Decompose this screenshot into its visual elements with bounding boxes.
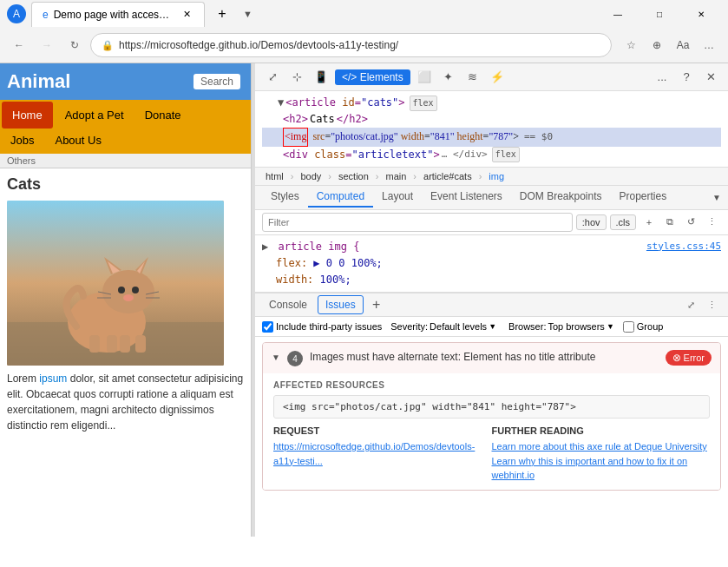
minimize-button[interactable]: — [598, 1, 638, 27]
page-header: Animal Search [0, 63, 251, 100]
svg-rect-17 [120, 335, 130, 353]
img-src-attr: src="photos/cat.jpg" width="841" height=… [312, 129, 519, 145]
nav-donate[interactable]: Donate [134, 102, 192, 129]
device-icon[interactable]: 📱 [311, 67, 331, 88]
tabs-more-button[interactable]: ▼ [712, 193, 721, 202]
issue-group-1: ▼ 4 Images must have alternate text: Ele… [262, 342, 721, 491]
undock-console-icon[interactable]: ⤢ [681, 295, 700, 314]
nav-home[interactable]: Home [2, 102, 53, 129]
console-icon[interactable]: ⬜ [414, 67, 435, 88]
active-tab[interactable]: e Demo page with accessibility iss... ✕ [31, 2, 205, 27]
maximize-button[interactable]: □ [639, 1, 679, 27]
address-input[interactable]: 🔒 https://microsoftedge.github.io/Demos/… [90, 33, 612, 57]
close-button[interactable]: ✕ [681, 1, 721, 27]
inspect-icon[interactable]: ⊹ [286, 67, 307, 88]
browser-value: Top browsers [548, 321, 604, 332]
resource-columns: REQUEST https://microsoftedge.github.io/… [273, 425, 710, 483]
tab-close-button[interactable]: ✕ [180, 8, 193, 22]
back-button[interactable]: ← [7, 33, 31, 57]
elements-tab-button[interactable]: </> Elements [335, 69, 410, 85]
bc-html[interactable]: html [262, 169, 287, 183]
console-tab[interactable]: Console [262, 296, 314, 313]
further-link-1[interactable]: Learn more about this axe rule at Deque … [492, 439, 711, 454]
profile-avatar[interactable]: A [7, 4, 26, 23]
forward-button[interactable]: → [35, 33, 59, 57]
collections-icon[interactable]: ⊕ [645, 33, 669, 57]
bc-main[interactable]: main [383, 169, 410, 183]
copy-styles-icon[interactable]: ⧉ [660, 213, 679, 232]
bc-sep-4: › [413, 171, 416, 181]
browser-filter[interactable]: Browser: Top browsers ▼ [505, 320, 618, 333]
further-link-2[interactable]: Learn why this is important and how to f… [492, 454, 711, 483]
add-panel-button[interactable]: + [367, 295, 386, 314]
error-badge: ⊗ Error [666, 350, 712, 366]
cat-svg [7, 201, 224, 366]
third-party-checkbox-label[interactable]: Include third-party issues [262, 321, 382, 333]
tab-computed[interactable]: Computed [308, 187, 373, 208]
css-flex-prop: flex: [276, 257, 313, 269]
devtools-close-button[interactable]: ✕ [700, 67, 721, 88]
tab-dropdown-button[interactable]: ▼ [243, 9, 253, 19]
bc-body[interactable]: body [297, 169, 325, 183]
dom-ellipsis: … </div> [442, 147, 488, 162]
more-actions-icon[interactable]: ⋮ [702, 213, 721, 232]
reader-icon[interactable]: Aa [671, 33, 695, 57]
search-bar[interactable]: Search [193, 74, 240, 89]
request-url-link[interactable]: https://microsoftedge.github.io/Demos/de… [273, 441, 475, 466]
expand-arrow-1[interactable]: ▼ [278, 95, 284, 111]
sources-icon[interactable]: ✦ [438, 67, 459, 88]
performance-icon[interactable]: ⚡ [487, 67, 508, 88]
svg-point-3 [102, 270, 154, 313]
dom-h2: <h2> [283, 111, 308, 128]
more-console-icon[interactable]: ⋮ [702, 295, 721, 314]
tab-event-listeners[interactable]: Event Listeners [422, 187, 511, 208]
severity-caret: ▼ [489, 322, 496, 331]
page-section-title: Cats [7, 175, 244, 194]
group-checkbox-label[interactable]: Group [623, 321, 664, 333]
css-expand-button[interactable]: ▶ [262, 241, 268, 253]
bc-img[interactable]: img [485, 169, 508, 183]
browser-chrome: A e Demo page with accessibility iss... … [0, 0, 728, 63]
severity-filter[interactable]: Severity: Default levels ▼ [387, 320, 500, 333]
more-tools-icon[interactable]: … [697, 33, 721, 57]
network-icon[interactable]: ≋ [462, 67, 483, 88]
hov-filter-button[interactable]: :hov [576, 214, 607, 230]
devtools-toolbar: ⤢ ⊹ 📱 </> Elements ⬜ ✦ ≋ ⚡ ... ? ✕ [255, 63, 728, 91]
dom-line-3[interactable]: <img src="photos/cat.jpg" width="841" he… [262, 128, 721, 146]
webpage-preview: Animal Search Home Adopt a Pet Donate Jo… [0, 63, 252, 537]
issue-header-1[interactable]: ▼ 4 Images must have alternate text: Ele… [263, 343, 720, 373]
issues-tab[interactable]: Issues [318, 295, 364, 314]
favorites-icon[interactable]: ☆ [619, 33, 643, 57]
bc-section[interactable]: section [335, 169, 372, 183]
filter-input[interactable] [262, 213, 573, 232]
ipsum-link[interactable]: ipsum [39, 373, 67, 385]
third-party-checkbox[interactable] [262, 321, 273, 333]
new-tab-button[interactable]: + [210, 2, 234, 26]
more-tools-button[interactable]: ... [652, 67, 672, 88]
dom-div-tag: <div class="articletext"> [283, 147, 440, 163]
nav-adopt[interactable]: Adopt a Pet [55, 102, 134, 129]
tab-dom-breakpoints[interactable]: DOM Breakpoints [511, 187, 611, 208]
nav-jobs[interactable]: Jobs [0, 130, 44, 150]
browser-label: Browser: [508, 321, 546, 332]
tab-properties[interactable]: Properties [611, 187, 676, 208]
severity-label: Severity: [390, 321, 428, 332]
dom-line-4: <div class="articletext"> … </div> flex [262, 147, 721, 163]
svg-rect-18 [135, 335, 146, 353]
group-checkbox[interactable] [623, 321, 634, 333]
add-style-rule-icon[interactable]: + [639, 213, 659, 232]
tab-styles[interactable]: Styles [262, 187, 308, 208]
dom-line-2: <h2>Cats</h2> [262, 111, 721, 128]
refresh-styles-icon[interactable]: ↺ [681, 213, 700, 232]
refresh-button[interactable]: ↻ [62, 33, 87, 57]
issue-expand-icon[interactable]: ▼ [272, 353, 280, 362]
help-button[interactable]: ? [676, 67, 697, 88]
bc-article[interactable]: article#cats [420, 169, 475, 183]
dock-icon[interactable]: ⤢ [262, 67, 283, 88]
css-file-link[interactable]: styles.css:45 [646, 239, 721, 254]
img-tag-highlighted: <img [283, 128, 308, 146]
tab-layout[interactable]: Layout [373, 187, 422, 208]
cls-filter-button[interactable]: .cls [610, 214, 637, 230]
others-label: Others [0, 154, 251, 168]
nav-about[interactable]: About Us [44, 130, 111, 150]
